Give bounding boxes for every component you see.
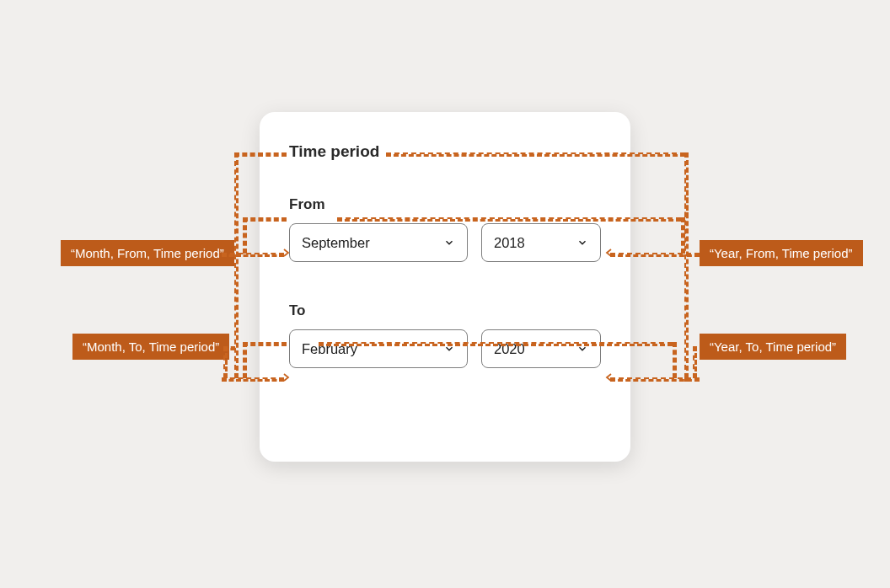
from-month-value: September <box>302 235 370 251</box>
to-month-select[interactable]: February <box>289 329 468 368</box>
annotation-from-month: “Month, From, Time period” <box>61 240 234 266</box>
dashed-line <box>234 152 239 378</box>
from-label: From <box>289 196 601 213</box>
dashed-line <box>243 342 247 378</box>
dashed-line <box>243 217 247 254</box>
dashed-line <box>319 342 673 346</box>
dashed-line <box>243 217 287 222</box>
dashed-line <box>684 377 700 382</box>
dashed-line <box>222 253 284 257</box>
dashed-line <box>243 342 287 346</box>
from-month-select[interactable]: September <box>289 223 468 262</box>
from-year-select[interactable]: 2018 <box>481 223 601 262</box>
from-group: From September 2018 <box>289 196 601 262</box>
dashed-line <box>386 152 685 157</box>
dashed-line <box>684 152 689 378</box>
time-period-card: Time period From September 2018 To Febru… <box>260 112 630 462</box>
to-group: To February 2020 <box>289 302 601 368</box>
chevron-down-icon <box>443 237 455 249</box>
dashed-line <box>234 152 287 157</box>
arrow-right-icon <box>281 249 290 257</box>
dashed-line <box>222 377 284 382</box>
to-label: To <box>289 302 601 319</box>
from-year-value: 2018 <box>494 235 525 251</box>
dashed-line <box>673 342 677 378</box>
dashed-line <box>223 346 228 378</box>
dashed-line <box>337 217 681 222</box>
arrow-left-icon <box>605 249 614 257</box>
to-row: February 2020 <box>289 329 601 368</box>
dashed-line <box>223 346 235 350</box>
from-row: September 2018 <box>289 223 601 262</box>
chevron-down-icon <box>576 237 588 249</box>
dashed-line <box>610 253 700 257</box>
annotation-from-year: “Year, From, Time period” <box>700 240 863 266</box>
annotation-to-year: “Year, To, Time period” <box>700 334 846 360</box>
to-year-select[interactable]: 2020 <box>481 329 601 368</box>
arrow-left-icon <box>605 373 614 382</box>
annotation-to-month: “Month, To, Time period” <box>72 334 229 360</box>
dashed-line <box>693 346 697 378</box>
arrow-right-icon <box>281 373 290 382</box>
card-title: Time period <box>289 142 601 161</box>
